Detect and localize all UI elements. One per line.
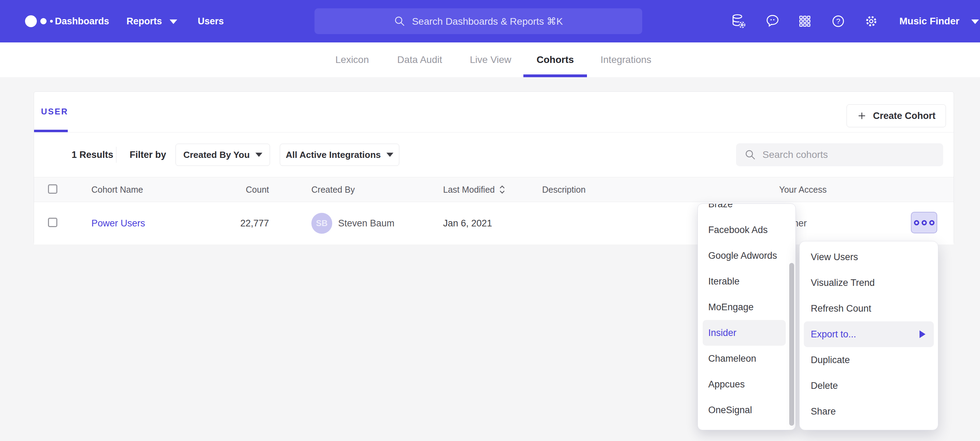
created-by-filter-dropdown[interactable]: Created By You xyxy=(175,144,270,166)
column-header-count: Count xyxy=(191,177,269,203)
chevron-down-icon xyxy=(170,19,177,24)
search-icon xyxy=(745,149,756,161)
logo-dot-small-icon xyxy=(50,20,53,22)
menu-item-delete[interactable]: Delete xyxy=(804,373,934,399)
export-destinations-menu: Braze Facebook Ads Google Adwords Iterab… xyxy=(697,203,796,430)
top-nav: Dashboards Reports Users Search Dashboar… xyxy=(0,0,980,42)
data-management-button[interactable] xyxy=(730,13,747,30)
menu-item-chameleon[interactable]: Chameleon xyxy=(703,346,786,371)
menu-item-appcues[interactable]: Appcues xyxy=(703,371,786,397)
tab-integrations[interactable]: Integrations xyxy=(600,42,651,77)
cohort-name-link[interactable]: Power Users xyxy=(91,202,145,244)
menu-item-braze[interactable]: Braze xyxy=(703,203,786,217)
search-cohorts-input[interactable]: Search cohorts xyxy=(736,143,943,166)
gear-icon xyxy=(862,13,880,30)
created-by-name: Steven Baum xyxy=(338,202,395,244)
logo-dot-large-icon xyxy=(25,15,37,27)
search-cohorts-placeholder: Search cohorts xyxy=(762,149,828,160)
menu-item-view-users[interactable]: View Users xyxy=(804,244,934,270)
integrations-filter-value: All Active Integrations xyxy=(286,150,381,160)
nav-item-reports[interactable]: Reports xyxy=(127,0,177,42)
global-search-input[interactable]: Search Dashboards & Reports ⌘K xyxy=(315,8,642,34)
export-destinations-list: Braze Facebook Ads Google Adwords Iterab… xyxy=(698,203,795,423)
tab-lexicon[interactable]: Lexicon xyxy=(336,42,369,77)
avatar: SB xyxy=(311,213,332,234)
menu-item-visualize-trend[interactable]: Visualize Trend xyxy=(804,270,934,296)
row-actions-button[interactable] xyxy=(911,212,937,233)
nav-item-reports-label: Reports xyxy=(127,16,162,26)
created-by-filter-value: Created By You xyxy=(183,150,250,160)
settings-button[interactable] xyxy=(862,13,880,30)
chevron-down-icon xyxy=(971,19,979,24)
menu-item-export-to-label: Export to... xyxy=(811,329,856,339)
ellipsis-dot-icon xyxy=(922,220,927,225)
menu-item-share[interactable]: Share xyxy=(804,399,934,424)
scrollbar-thumb[interactable] xyxy=(789,263,794,426)
table-row: Power Users 22,777 SB Steven Baum Jan 6,… xyxy=(34,202,954,244)
tab-data-audit[interactable]: Data Audit xyxy=(397,42,442,77)
project-name: Music Finder xyxy=(899,16,959,26)
nav-item-users[interactable]: Users xyxy=(198,0,224,42)
menu-item-export-to[interactable]: Export to... xyxy=(804,321,934,347)
global-search-placeholder: Search Dashboards & Reports ⌘K xyxy=(412,16,563,27)
column-header-your-access: Your Access xyxy=(779,177,827,203)
column-header-cohort-name: Cohort Name xyxy=(91,177,143,203)
cohort-actions-list: View Users Visualize Trend Refresh Count… xyxy=(800,241,938,427)
tab-cohorts[interactable]: Cohorts xyxy=(523,42,587,77)
cohort-actions-menu: View Users Visualize Trend Refresh Count… xyxy=(799,241,938,430)
help-button[interactable]: ? xyxy=(829,13,847,30)
divider xyxy=(116,147,116,163)
menu-item-onesignal[interactable]: OneSignal xyxy=(703,397,786,423)
cohort-type-tab-user[interactable]: USER xyxy=(41,92,68,131)
chevron-down-icon xyxy=(255,153,262,157)
chevron-down-icon xyxy=(387,153,393,157)
column-header-last-modified[interactable]: Last Modified xyxy=(443,177,506,203)
submenu-arrow-icon xyxy=(920,331,926,338)
plus-icon xyxy=(857,111,867,121)
logo-dot-medium-icon xyxy=(40,18,46,24)
filter-by-label: Filter by xyxy=(130,133,166,177)
svg-text:?: ? xyxy=(836,17,840,25)
ellipsis-dot-icon xyxy=(914,220,919,225)
divider xyxy=(34,132,954,133)
menu-item-refresh-count[interactable]: Refresh Count xyxy=(804,296,934,321)
project-switcher[interactable]: Music Finder xyxy=(899,0,979,42)
last-modified-date: Jan 6, 2021 xyxy=(443,202,492,244)
cohorts-panel: USER Create Cohort 1 Results Filter by C… xyxy=(34,91,954,244)
results-count: 1 Results xyxy=(72,133,113,177)
menu-item-insider[interactable]: Insider xyxy=(703,320,786,346)
brand-logo[interactable] xyxy=(25,0,53,42)
database-gear-icon xyxy=(730,13,747,30)
menu-item-moengage[interactable]: MoEngage xyxy=(703,294,786,320)
integrations-filter-dropdown[interactable]: All Active Integrations xyxy=(280,144,399,166)
active-tab-underline xyxy=(34,130,68,132)
ellipsis-dot-icon xyxy=(929,220,934,225)
create-cohort-button[interactable]: Create Cohort xyxy=(846,104,946,127)
menu-item-facebook-ads[interactable]: Facebook Ads xyxy=(703,217,786,243)
table-header: Cohort Name Count Created By Last Modifi… xyxy=(34,177,954,202)
apps-grid-button[interactable] xyxy=(796,13,813,30)
tab-live-view[interactable]: Live View xyxy=(470,42,511,77)
search-icon xyxy=(394,15,406,27)
column-header-last-modified-label: Last Modified xyxy=(443,185,495,195)
column-header-description: Description xyxy=(542,177,585,203)
column-header-created-by: Created By xyxy=(311,177,355,203)
section-tabs-bar: Lexicon Data Audit Live View Cohorts Int… xyxy=(0,42,980,77)
menu-item-duplicate[interactable]: Duplicate xyxy=(804,347,934,373)
nav-item-dashboards[interactable]: Dashboards xyxy=(55,0,109,42)
cohort-count: 22,777 xyxy=(191,202,269,244)
feedback-bubble-icon xyxy=(764,13,781,30)
select-all-checkbox[interactable] xyxy=(48,184,57,194)
help-icon: ? xyxy=(829,13,847,30)
create-cohort-label: Create Cohort xyxy=(873,110,935,121)
apps-grid-icon xyxy=(796,13,813,30)
row-checkbox[interactable] xyxy=(48,218,57,227)
menu-item-google-adwords[interactable]: Google Adwords xyxy=(703,243,786,268)
sort-icon xyxy=(498,184,506,195)
menu-item-iterable[interactable]: Iterable xyxy=(703,268,786,294)
feedback-button[interactable] xyxy=(764,13,781,30)
